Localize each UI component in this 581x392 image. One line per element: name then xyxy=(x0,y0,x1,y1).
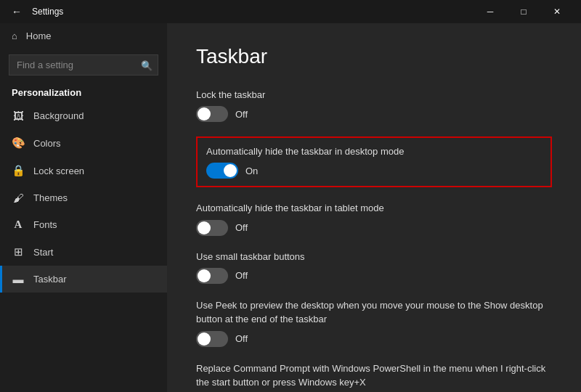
setting-label: Use small taskbar buttons xyxy=(196,250,552,264)
lock-screen-icon: 🔒 xyxy=(12,164,25,177)
setting-label: Replace Command Prompt with Windows Powe… xyxy=(196,362,552,390)
titlebar-left: ← Settings xyxy=(7,3,63,20)
maximize-button[interactable]: □ xyxy=(507,0,540,23)
page-title: Taskbar xyxy=(196,45,552,68)
taskbar-icon: ▬ xyxy=(12,273,25,285)
setting-label: Automatically hide the taskbar in tablet… xyxy=(196,202,552,215)
toggle-auto-hide-desktop[interactable] xyxy=(206,163,238,179)
toggle-lock-taskbar[interactable] xyxy=(196,106,228,122)
toggle-row: Off xyxy=(196,106,552,122)
toggle-peek[interactable] xyxy=(196,331,228,347)
toggle-row: Off xyxy=(196,220,552,236)
toggle-row: Off xyxy=(196,331,552,347)
sidebar-item-label: Colors xyxy=(33,138,61,149)
titlebar-title: Settings xyxy=(32,7,63,17)
search-icon: 🔍 xyxy=(141,60,153,70)
sidebar-item-label: Taskbar xyxy=(33,274,67,285)
sidebar-home-label: Home xyxy=(26,30,52,41)
titlebar: ← Settings ─ □ ✕ xyxy=(0,0,581,23)
toggle-small-buttons[interactable] xyxy=(196,268,228,284)
toggle-row: Off xyxy=(196,268,552,284)
home-icon: ⌂ xyxy=(12,30,17,41)
search-input[interactable] xyxy=(9,54,158,75)
setting-label: Automatically hide the taskbar in deskto… xyxy=(206,145,542,158)
toggle-thumb xyxy=(198,221,211,234)
toggle-thumb xyxy=(198,332,211,346)
sidebar-item-label: Themes xyxy=(33,192,68,203)
start-icon: ⊞ xyxy=(12,245,25,258)
back-button[interactable]: ← xyxy=(7,3,26,20)
toggle-state-label: Off xyxy=(235,222,248,233)
setting-auto-hide-desktop: Automatically hide the taskbar in deskto… xyxy=(196,136,552,187)
toggle-thumb xyxy=(224,164,237,177)
sidebar-item-label: Background xyxy=(33,110,84,121)
toggle-auto-hide-tablet[interactable] xyxy=(196,220,228,236)
background-icon: 🖼 xyxy=(12,110,25,122)
setting-powershell: Replace Command Prompt with Windows Powe… xyxy=(196,362,552,392)
close-button[interactable]: ✕ xyxy=(540,0,574,23)
minimize-button[interactable]: ─ xyxy=(474,0,507,23)
sidebar-item-lock-screen[interactable]: 🔒 Lock screen xyxy=(0,157,167,184)
setting-small-buttons: Use small taskbar buttons Off xyxy=(196,250,552,284)
setting-auto-hide-tablet: Automatically hide the taskbar in tablet… xyxy=(196,202,552,235)
sidebar-item-home[interactable]: ⌂ Home xyxy=(0,23,167,49)
fonts-icon: A xyxy=(12,219,25,231)
content-area: Taskbar Lock the taskbar Off Automatical… xyxy=(167,23,581,392)
toggle-thumb xyxy=(198,269,211,282)
sidebar-item-colors[interactable]: 🎨 Colors xyxy=(0,129,167,157)
setting-label: Use Peek to preview the desktop when you… xyxy=(196,298,552,327)
sidebar-item-label: Lock screen xyxy=(33,166,84,176)
setting-peek: Use Peek to preview the desktop when you… xyxy=(196,298,552,347)
toggle-state-label: Off xyxy=(235,109,248,120)
toggle-state-label: Off xyxy=(235,270,248,281)
main-layout: ⌂ Home 🔍 Personalization 🖼 Background 🎨 … xyxy=(0,23,581,392)
sidebar-section-label: Personalization xyxy=(0,81,167,102)
setting-label: Lock the taskbar xyxy=(196,89,552,102)
themes-icon: 🖌 xyxy=(12,192,25,204)
titlebar-controls: ─ □ ✕ xyxy=(474,0,574,23)
setting-lock-taskbar: Lock the taskbar Off xyxy=(196,89,552,122)
sidebar: ⌂ Home 🔍 Personalization 🖼 Background 🎨 … xyxy=(0,23,167,392)
sidebar-item-themes[interactable]: 🖌 Themes xyxy=(0,184,167,211)
toggle-state-label: Off xyxy=(235,333,248,344)
sidebar-item-fonts[interactable]: A Fonts xyxy=(0,211,167,238)
sidebar-item-taskbar[interactable]: ▬ Taskbar xyxy=(0,266,167,293)
toggle-row: On xyxy=(206,163,542,179)
sidebar-search: 🔍 xyxy=(9,54,158,75)
sidebar-item-start[interactable]: ⊞ Start xyxy=(0,238,167,266)
sidebar-item-label: Fonts xyxy=(33,219,57,230)
sidebar-item-background[interactable]: 🖼 Background xyxy=(0,102,167,129)
colors-icon: 🎨 xyxy=(12,136,25,150)
toggle-state-label: On xyxy=(245,166,258,176)
sidebar-item-label: Start xyxy=(33,247,53,258)
toggle-thumb xyxy=(198,107,211,121)
